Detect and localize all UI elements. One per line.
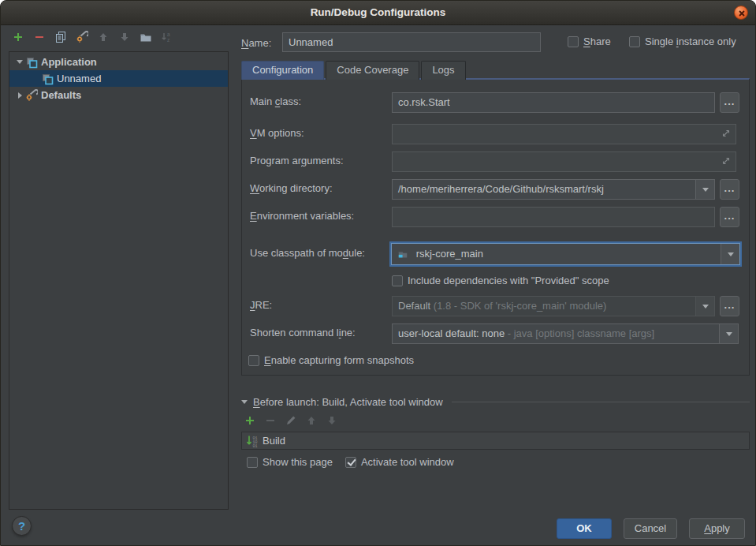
help-icon: ? — [18, 519, 25, 533]
jre-label: JRE: — [250, 299, 272, 311]
capture-snapshots-label: Enable capturing form snapshots — [264, 354, 414, 366]
chevron-down-icon — [702, 188, 709, 192]
apply-button[interactable]: Apply — [689, 518, 745, 539]
tree-item-unnamed[interactable]: Unnamed — [9, 70, 228, 87]
move-up-icon[interactable] — [97, 31, 110, 43]
expand-arrow-icon[interactable] — [14, 60, 25, 64]
edit-defaults-icon[interactable] — [76, 31, 88, 43]
name-input[interactable] — [282, 32, 541, 52]
combo-dropdown-button[interactable] — [721, 244, 739, 264]
activate-tool-window-label: Activate tool window — [361, 456, 454, 468]
help-button[interactable]: ? — [12, 516, 32, 536]
classpath-module-combo[interactable]: rskj-core_main — [391, 243, 740, 265]
vm-options-field[interactable] — [392, 124, 736, 144]
module-icon — [397, 249, 408, 260]
activate-tool-window-checkbox[interactable]: Activate tool window — [345, 456, 454, 468]
combo-dropdown-button[interactable] — [695, 180, 714, 199]
checkbox-icon — [568, 36, 579, 47]
svg-text:a: a — [167, 32, 170, 37]
chevron-down-icon — [726, 332, 732, 336]
shorten-command-line-label: Shorten command line: — [250, 327, 356, 338]
add-icon[interactable] — [12, 31, 24, 43]
share-checkbox[interactable]: Share — [568, 36, 611, 47]
svg-text:01: 01 — [253, 443, 258, 447]
tree-group-defaults[interactable]: Defaults — [9, 87, 228, 103]
vm-options-label: VM options: — [250, 127, 304, 139]
expand-field-icon[interactable] — [721, 155, 732, 166]
main-class-field[interactable]: co.rsk.Start — [392, 92, 715, 113]
checkbox-icon — [247, 457, 258, 468]
working-directory-combo[interactable]: /home/meriherrera/Code/Github/rsksmart/r… — [392, 179, 715, 200]
before-launch-header[interactable]: Before launch: Build, Activate tool wind… — [241, 396, 750, 408]
new-folder-icon[interactable] — [140, 31, 152, 43]
include-provided-label: Include dependencies with "Provided" sco… — [408, 275, 609, 286]
remove-icon[interactable] — [264, 414, 277, 427]
program-arguments-label: Program arguments: — [250, 155, 344, 166]
move-down-icon[interactable] — [118, 31, 131, 43]
add-icon[interactable] — [244, 414, 256, 427]
working-directory-label: Working directory: — [250, 182, 333, 194]
edit-icon[interactable] — [285, 414, 297, 427]
configurations-tree: Application Unnamed Defaults — [9, 51, 229, 510]
checkbox-icon — [629, 36, 640, 47]
sort-alpha-icon[interactable]: az — [161, 31, 173, 43]
before-launch-task-build[interactable]: 01 10 01 Build — [242, 432, 749, 449]
section-rule — [452, 402, 750, 402]
tree-group-label: Application — [41, 56, 97, 68]
settings-wrench-icon — [25, 89, 38, 102]
checkbox-icon — [248, 355, 259, 366]
program-arguments-field[interactable] — [392, 151, 736, 172]
checkbox-icon — [392, 275, 403, 286]
jre-browse-button[interactable]: ... — [720, 296, 739, 316]
chevron-down-icon — [702, 305, 709, 309]
shorten-command-line-combo[interactable]: user-local default: none - java [options… — [392, 323, 739, 344]
before-launch-task-list: 01 10 01 Build — [241, 432, 750, 450]
combo-dropdown-button[interactable] — [719, 324, 738, 343]
tab-code-coverage[interactable]: Code Coverage — [326, 61, 419, 80]
application-icon — [25, 56, 38, 69]
build-icon: 01 10 01 — [246, 435, 259, 447]
jre-combo[interactable]: Default (1.8 - SDK of 'rskj-core_main' m… — [392, 296, 715, 316]
section-collapse-icon — [241, 400, 248, 404]
classpath-module-label: Use classpath of module: — [250, 247, 365, 259]
configuration-tab-panel: Main class: co.rsk.Start ... VM options:… — [241, 78, 750, 376]
tree-item-label: Unnamed — [57, 73, 101, 84]
expand-field-icon[interactable] — [721, 128, 732, 139]
close-button[interactable] — [734, 6, 748, 20]
show-this-page-checkbox[interactable]: Show this page — [247, 456, 333, 468]
single-instance-label: Single instance only — [645, 36, 736, 47]
capture-snapshots-checkbox[interactable]: Enable capturing form snapshots — [248, 354, 414, 366]
environment-variables-browse-button[interactable]: ... — [720, 207, 739, 227]
combo-dropdown-button[interactable] — [695, 297, 714, 316]
ok-button[interactable]: OK — [557, 518, 612, 539]
remove-icon[interactable] — [33, 31, 46, 43]
titlebar: Run/Debug Configurations — [1, 1, 755, 25]
include-provided-checkbox[interactable]: Include dependencies with "Provided" sco… — [392, 275, 609, 286]
collapse-arrow-icon[interactable] — [14, 92, 25, 99]
checkbox-checked-icon — [345, 457, 356, 468]
environment-variables-label: Environment variables: — [250, 210, 354, 222]
settings-tabs: Configuration Code Coverage Logs — [241, 61, 467, 80]
tab-configuration[interactable]: Configuration — [241, 61, 324, 80]
tab-logs[interactable]: Logs — [421, 61, 465, 80]
window-title: Run/Debug Configurations — [311, 6, 446, 18]
share-label: Share — [583, 36, 611, 47]
before-launch-options: Show this page Activate tool window — [247, 456, 454, 468]
cancel-button[interactable]: Cancel — [624, 518, 677, 539]
configurations-toolbar: az — [12, 31, 173, 43]
copy-icon[interactable] — [54, 31, 67, 43]
move-down-icon[interactable] — [326, 414, 338, 427]
tree-group-application[interactable]: Application — [9, 54, 228, 70]
before-launch-title: Before launch: Build, Activate tool wind… — [253, 396, 443, 408]
svg-text:z: z — [167, 37, 169, 43]
chevron-down-icon — [728, 252, 734, 256]
environment-variables-field[interactable] — [392, 207, 715, 227]
run-debug-configurations-dialog: Run/Debug Configurations az Application … — [0, 0, 756, 546]
move-up-icon[interactable] — [305, 414, 318, 427]
main-class-browse-button[interactable]: ... — [720, 92, 739, 113]
before-launch-toolbar — [244, 414, 338, 427]
single-instance-checkbox[interactable]: Single instance only — [629, 36, 736, 47]
main-class-label: Main class: — [250, 95, 301, 107]
working-directory-browse-button[interactable]: ... — [720, 179, 739, 200]
close-icon — [737, 9, 747, 18]
